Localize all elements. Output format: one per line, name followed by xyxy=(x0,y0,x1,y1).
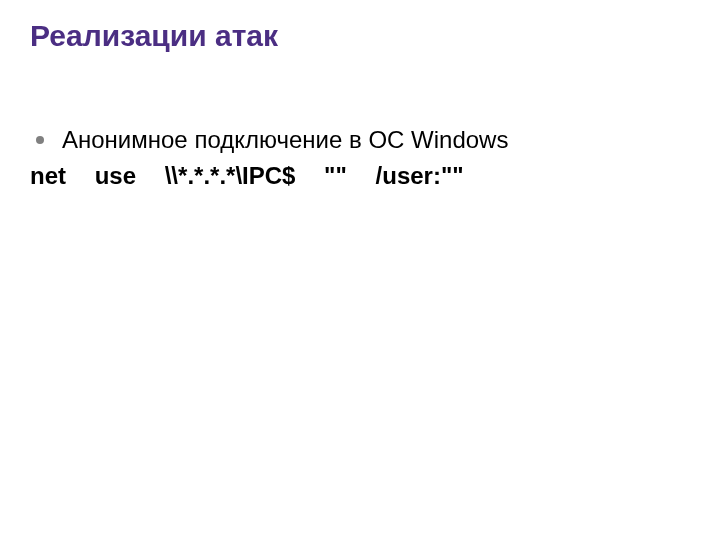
cmd-part-user: /user:"" xyxy=(376,162,464,189)
command-line: net use \\*.*.*.*\IPC$ "" /user:"" xyxy=(30,160,690,192)
slide: Реализации атак Анонимное подключение в … xyxy=(0,0,720,540)
cmd-part-net: net xyxy=(30,162,66,189)
bullet-text: Анонимное подключение в ОС Windows xyxy=(62,124,508,156)
cmd-part-path: \\*.*.*.*\IPC$ xyxy=(165,162,296,189)
cmd-part-pass: "" xyxy=(324,162,347,189)
bullet-dot-icon xyxy=(36,136,44,144)
bullet-item: Анонимное подключение в ОС Windows xyxy=(36,124,690,156)
cmd-part-use: use xyxy=(95,162,136,189)
slide-body: Анонимное подключение в ОС Windows net u… xyxy=(30,124,690,193)
slide-title: Реализации атак xyxy=(30,18,690,54)
